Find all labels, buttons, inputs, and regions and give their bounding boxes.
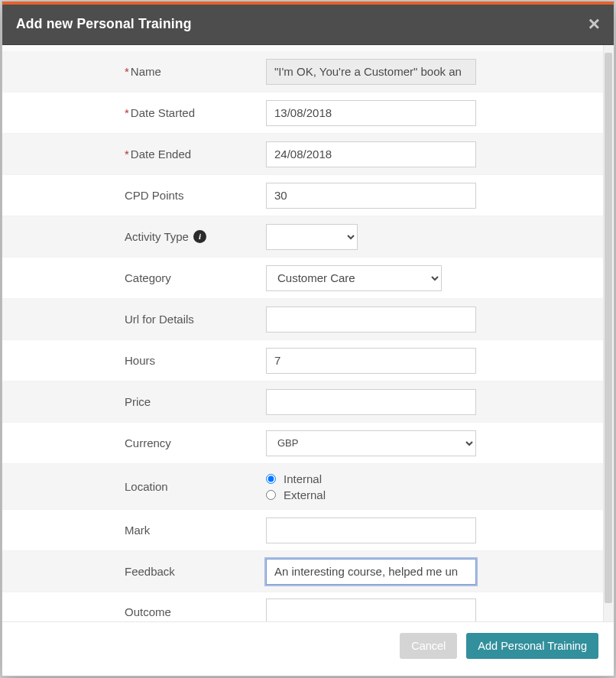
label-date-started: * Date Started [2,106,266,119]
label-name: * Name [2,65,266,78]
cancel-button[interactable]: Cancel [400,633,457,659]
location-external-radio[interactable] [266,490,276,500]
label-url: Url for Details [2,313,266,326]
location-external-option[interactable]: External [266,488,326,501]
currency-select[interactable]: GBP [266,430,476,456]
modal-title: Add new Personal Training [16,16,192,32]
row-outcome: Outcome [2,592,603,621]
required-marker: * [125,65,129,78]
label-price: Price [2,395,266,408]
row-location: Location Internal External [2,464,603,510]
label-mark: Mark [2,524,266,537]
required-marker: * [125,106,129,119]
row-activity-type: Activity Type i [2,216,603,258]
location-internal-option[interactable]: Internal [266,472,326,485]
close-icon[interactable]: × [588,14,600,34]
info-icon[interactable]: i [193,230,206,243]
label-location: Location [2,480,266,493]
location-internal-radio[interactable] [266,474,276,484]
name-input[interactable] [266,59,476,85]
label-outcome: Outcome [2,605,266,618]
row-currency: Currency GBP [2,423,603,464]
label-cpd-points: CPD Points [2,189,266,202]
add-personal-training-button[interactable]: Add Personal Training [466,633,598,659]
row-name: * Name [2,51,603,92]
modal-body: * Name * Date Started [2,45,614,621]
date-ended-input[interactable] [266,141,476,167]
row-url: Url for Details [2,299,603,340]
mark-input[interactable] [266,517,476,543]
label-currency: Currency [2,436,266,449]
date-started-input[interactable] [266,100,476,126]
required-marker: * [125,148,129,161]
form-scroll-area[interactable]: * Name * Date Started [2,45,603,621]
price-input[interactable] [266,389,476,415]
row-date-started: * Date Started [2,92,603,134]
label-date-ended: * Date Ended [2,148,266,161]
cpd-points-input[interactable] [266,183,476,209]
label-activity-type: Activity Type i [2,230,266,243]
scrollbar-thumb[interactable] [605,53,612,603]
modal-footer: Cancel Add Personal Training [2,621,614,676]
scrollbar-track[interactable] [603,45,614,621]
row-feedback: Feedback [2,551,603,592]
row-hours: Hours [2,340,603,381]
label-feedback: Feedback [2,565,266,578]
add-personal-training-modal: Add new Personal Training × * Name * [2,1,614,676]
activity-type-select[interactable] [266,224,358,250]
category-select[interactable]: Customer Care [266,265,442,291]
row-mark: Mark [2,510,603,551]
row-date-ended: * Date Ended [2,134,603,175]
hours-input[interactable] [266,348,476,374]
label-hours: Hours [2,354,266,367]
url-input[interactable] [266,307,476,333]
row-category: Category Customer Care [2,258,603,299]
row-cpd-points: CPD Points [2,175,603,216]
modal-header: Add new Personal Training × [2,5,614,45]
feedback-input[interactable] [266,559,476,585]
outcome-input[interactable] [266,599,476,621]
row-price: Price [2,381,603,423]
label-category: Category [2,271,266,284]
